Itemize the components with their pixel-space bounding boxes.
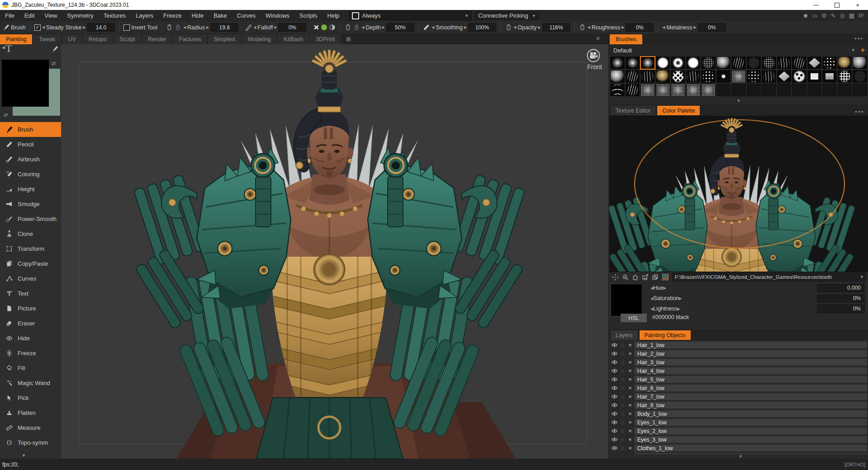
tab-sculpt[interactable]: Sculpt (114, 34, 141, 44)
menu-help[interactable]: Help (323, 12, 345, 19)
brush-preset-19[interactable] (625, 70, 640, 83)
steady-stroke-checkbox[interactable]: ✓ (34, 24, 41, 31)
tab-uv[interactable]: UV (62, 34, 81, 44)
tool-transform[interactable]: Transform (0, 241, 61, 256)
palette-path-dropdown[interactable]: F:\Brazen\VFX\CGMA_Stylized_Character_Ga… (672, 273, 867, 282)
radius-control[interactable]: ◀Radius▶ 19.8 (164, 21, 241, 33)
pressure-icon[interactable] (505, 24, 512, 31)
color-mode-button[interactable]: HSL (621, 314, 647, 322)
pressure-icon[interactable] (579, 24, 586, 31)
chevron-down-icon[interactable]: ▼ (739, 454, 743, 459)
tool-coloring[interactable]: Coloring (0, 167, 61, 182)
roughness-value[interactable]: 0% (626, 23, 654, 32)
menu-edit[interactable]: Edit (19, 12, 39, 19)
brush-preset-21[interactable] (655, 70, 671, 83)
menu-hide[interactable]: Hide (186, 12, 209, 19)
menu-file[interactable]: File (0, 12, 19, 19)
lock-icon[interactable] (619, 453, 626, 455)
falloff-control[interactable]: ◀Falloff▶ 0% (242, 21, 308, 33)
visibility-eye-icon[interactable] (611, 342, 618, 349)
brush-preset-30[interactable] (792, 70, 807, 83)
brush-preset-32[interactable] (822, 70, 837, 83)
brush-preset-22[interactable] (670, 70, 686, 83)
x-mode-icon[interactable] (313, 24, 320, 31)
brush-preset-37[interactable] (640, 83, 655, 97)
visibility-eye-icon[interactable] (611, 385, 618, 392)
invert-tool-control[interactable]: Invert Tool (121, 21, 159, 33)
saturation-slider[interactable]: ◀Saturation▶ 0% (650, 294, 865, 302)
roughness-control[interactable]: ◀Roughness▶ 0% (577, 21, 656, 33)
object-name[interactable]: Hair_4_low (634, 367, 868, 375)
tool-brush[interactable]: Brush (0, 122, 61, 137)
tab-3dprint[interactable]: 3DPrint (310, 34, 341, 44)
panel-menu-icon[interactable]: ••• (855, 108, 868, 115)
tool-eraser[interactable]: Eraser (0, 316, 61, 331)
brush-preset-31[interactable] (807, 70, 822, 83)
lock-icon[interactable] (619, 402, 626, 409)
delete-icon[interactable]: × (627, 385, 633, 391)
brush-preset-24[interactable] (701, 70, 716, 83)
always-dropdown[interactable]: Always ▼ (349, 11, 472, 20)
delete-icon[interactable]: × (627, 367, 633, 374)
visibility-eye-icon[interactable] (611, 359, 618, 366)
text-panel-icon[interactable]: T (5, 42, 12, 55)
close-icon[interactable]: × (596, 35, 600, 42)
depth-control[interactable]: ◀Depth▶ 50% (342, 21, 417, 33)
visibility-eye-icon[interactable] (611, 376, 618, 383)
lock-icon[interactable] (619, 350, 626, 357)
menu-bake[interactable]: Bake (209, 12, 232, 19)
tool-text[interactable]: Text (0, 286, 61, 301)
tab-color-palette[interactable]: Color Palette (657, 106, 700, 115)
gear-brush-icon[interactable]: ⚙ (821, 12, 827, 19)
3d-viewport[interactable]: Front (61, 44, 608, 459)
pressure-icon[interactable] (344, 24, 351, 31)
brush-preset-17[interactable] (852, 56, 868, 70)
object-name[interactable]: Clothes_2_low (634, 453, 868, 454)
swap-colors-icon[interactable]: ⇄ (52, 61, 56, 66)
menu-windows[interactable]: Windows (261, 12, 294, 19)
tool-measure[interactable]: Measure (0, 420, 61, 435)
visibility-eye-icon[interactable] (611, 428, 618, 435)
delete-icon[interactable]: × (627, 393, 633, 400)
brush-preset-49[interactable] (822, 83, 837, 97)
visibility-eye-icon[interactable] (611, 436, 618, 443)
collapse-left-icon[interactable]: ◀ (2, 45, 5, 50)
visibility-eye-icon[interactable] (611, 445, 618, 452)
lock-icon[interactable] (175, 24, 182, 31)
brush-panel-icon[interactable] (51, 45, 58, 52)
close-button[interactable]: × (847, 0, 868, 10)
hue-slider[interactable]: ◀Hue▶ 0.000 (650, 284, 865, 292)
lock-icon[interactable] (619, 342, 626, 349)
tool-height[interactable]: Height (0, 182, 61, 197)
radius-value[interactable]: 19.8 (210, 23, 238, 32)
tab-tweak[interactable]: Tweak (33, 34, 61, 44)
swap-colors-icon[interactable]: ⇄ (4, 112, 8, 118)
lock-icon[interactable] (619, 410, 626, 418)
smoothing-control[interactable]: ◀Smoothing▶ 100% (421, 21, 498, 33)
always-checkbox[interactable] (352, 12, 359, 19)
add-room-icon[interactable]: ⊞ (346, 36, 351, 42)
duplicate-icon[interactable] (651, 273, 659, 281)
brush-category-dropdown[interactable]: Default ▼ + (609, 45, 868, 56)
delete-icon[interactable]: × (627, 350, 633, 357)
tab-simplest[interactable]: Simplest (208, 34, 241, 44)
object-name[interactable]: Eyes_2_low (634, 427, 868, 435)
delete-icon[interactable]: × (627, 376, 633, 383)
brush-preset-34[interactable] (852, 70, 868, 83)
brush-preset-48[interactable] (807, 83, 822, 97)
delete-icon[interactable]: × (627, 428, 633, 434)
tab-layers[interactable]: Layers (611, 330, 638, 340)
tab-texture-editor[interactable]: Texture Editor (611, 106, 655, 115)
pencil-icon[interactable] (423, 24, 430, 31)
brush-preset-9[interactable] (731, 56, 746, 70)
delete-icon[interactable]: × (627, 402, 633, 409)
add-brush-icon[interactable]: + (861, 46, 865, 54)
lightness-slider[interactable]: ◀Lightness▶ 0% (650, 305, 865, 313)
delete-icon[interactable]: × (627, 359, 633, 366)
tool-curves[interactable]: Curves (0, 271, 61, 286)
brush-preset-12[interactable] (777, 56, 792, 70)
delete-icon[interactable]: × (627, 445, 633, 451)
tab-render[interactable]: Render (142, 34, 172, 44)
brush-preset-20[interactable] (640, 70, 655, 83)
lightness-value[interactable]: 0% (817, 305, 865, 313)
